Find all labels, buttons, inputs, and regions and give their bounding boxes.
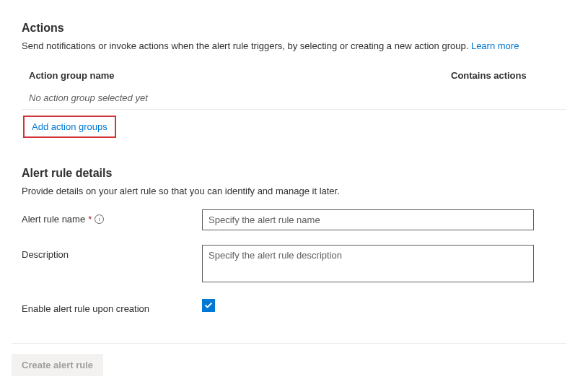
alert-rule-description-control	[202, 245, 534, 285]
actions-section: Actions Send notifications or invoke act…	[22, 22, 566, 138]
add-action-groups-highlight: Add action groups	[23, 116, 116, 138]
alert-rule-name-row: Alert rule name * i	[22, 209, 566, 230]
enable-upon-creation-checkbox[interactable]	[202, 299, 215, 312]
actions-description-text: Send notifications or invoke actions whe…	[22, 40, 471, 51]
add-action-groups-link[interactable]: Add action groups	[32, 121, 107, 132]
footer-bar: Create alert rule	[12, 343, 566, 382]
required-star-icon: *	[88, 214, 92, 225]
enable-upon-creation-control	[202, 299, 215, 312]
alert-rule-description-row: Description	[22, 245, 566, 285]
alert-rule-details-section: Alert rule details Provide details on yo…	[22, 167, 566, 314]
action-group-table-header: Action group name Contains actions	[22, 64, 566, 87]
enable-upon-creation-label: Enable alert rule upon creation	[22, 299, 202, 314]
alert-rule-description-input[interactable]	[202, 245, 534, 282]
learn-more-link[interactable]: Learn more	[471, 40, 519, 51]
enable-upon-creation-row: Enable alert rule upon creation	[22, 299, 566, 314]
details-description: Provide details on your alert rule so th…	[22, 186, 566, 196]
checkmark-icon	[204, 301, 213, 310]
col-action-group-name: Action group name	[29, 70, 451, 81]
info-icon[interactable]: i	[95, 214, 104, 224]
alert-rule-description-label: Description	[22, 245, 202, 260]
details-title: Alert rule details	[22, 167, 566, 180]
actions-description: Send notifications or invoke actions whe…	[22, 40, 566, 51]
alert-rule-name-label-text: Alert rule name	[22, 214, 85, 225]
action-group-table: Action group name Contains actions No ac…	[22, 64, 566, 110]
alert-rule-name-input[interactable]	[202, 209, 534, 230]
actions-title: Actions	[22, 22, 566, 35]
col-contains-actions: Contains actions	[451, 70, 559, 81]
action-group-empty-row: No action group selected yet	[22, 87, 566, 110]
alert-rule-name-label: Alert rule name * i	[22, 209, 202, 225]
create-alert-rule-button[interactable]: Create alert rule	[12, 354, 103, 376]
alert-rule-name-control	[202, 209, 534, 230]
